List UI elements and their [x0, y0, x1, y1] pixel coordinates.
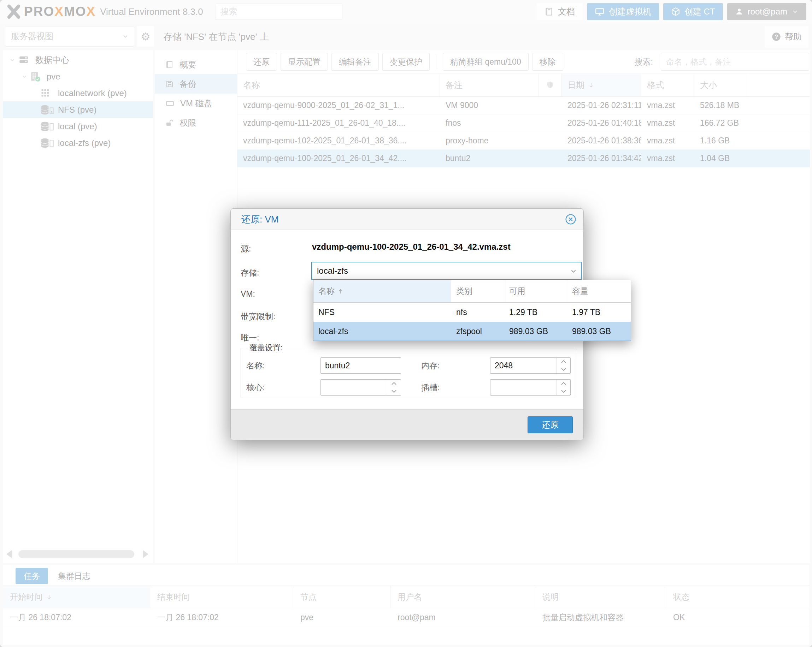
source-value: vzdump-qemu-100-2025_01_26-01_34_42.vma.… [312, 242, 511, 252]
dropdown-header: 名称 类别 可用 容量 [313, 280, 631, 303]
spinner-down-icon[interactable] [387, 387, 401, 395]
memory-spinner [490, 358, 571, 374]
spinner-down-icon[interactable] [557, 387, 570, 395]
spinner-up-icon[interactable] [557, 380, 570, 387]
unique-label: 唯一: [241, 332, 259, 343]
override-settings-fieldset: 覆盖设置: 名称: 内存: 核心: 插槽: [241, 348, 574, 398]
dropdown-column-capacity[interactable]: 容量 [567, 280, 631, 302]
override-settings-legend: 覆盖设置: [247, 343, 285, 353]
sockets-label: 插槽: [421, 379, 440, 396]
vm-name-label: 名称: [246, 358, 265, 374]
sockets-spinner [490, 379, 571, 396]
dropdown-column-type[interactable]: 类别 [451, 280, 504, 302]
source-label: 源: [241, 244, 251, 254]
vm-name-input[interactable] [321, 358, 401, 374]
memory-label: 内存: [421, 358, 440, 374]
cores-spinner [321, 379, 401, 396]
dropdown-option-local-zfs-selected[interactable]: local-zfs zfspool 989.03 GB 989.03 GB [313, 322, 631, 341]
dropdown-column-name[interactable]: 名称 [313, 280, 451, 302]
bandwidth-limit-label: 带宽限制: [241, 311, 275, 322]
storage-combobox-value: local-zfs [317, 262, 348, 279]
chevron-down-icon[interactable] [569, 267, 577, 275]
storage-combobox[interactable]: local-zfs [311, 262, 582, 280]
sockets-input[interactable] [490, 380, 556, 395]
dropdown-column-avail[interactable]: 可用 [504, 280, 567, 302]
dialog-header[interactable]: 还原: VM [231, 209, 583, 230]
dropdown-option-nfs[interactable]: NFS nfs 1.29 TB 1.97 TB [313, 303, 631, 322]
close-icon[interactable] [565, 214, 576, 225]
dialog-restore-button[interactable]: 还原 [528, 416, 573, 433]
spinner-up-icon[interactable] [387, 380, 401, 387]
spinner-up-icon[interactable] [557, 358, 570, 365]
cores-label: 核心: [246, 379, 265, 396]
dialog-footer: 还原 [231, 410, 583, 440]
storage-label: 存储: [241, 267, 259, 278]
dialog-title: 还原: VM [241, 209, 278, 230]
spinner-down-icon[interactable] [557, 365, 570, 373]
cores-input[interactable] [321, 380, 386, 395]
memory-input[interactable] [490, 358, 556, 373]
sort-asc-arrow-icon [337, 288, 344, 295]
vm-label: VM: [241, 289, 255, 299]
proxmox-app: PROXMOX Virtual Environment 8.3.0 文档 创建虚… [0, 0, 812, 647]
storage-dropdown-list: 名称 类别 可用 容量 NFS nfs 1.29 TB 1.97 TB loca… [313, 280, 631, 341]
